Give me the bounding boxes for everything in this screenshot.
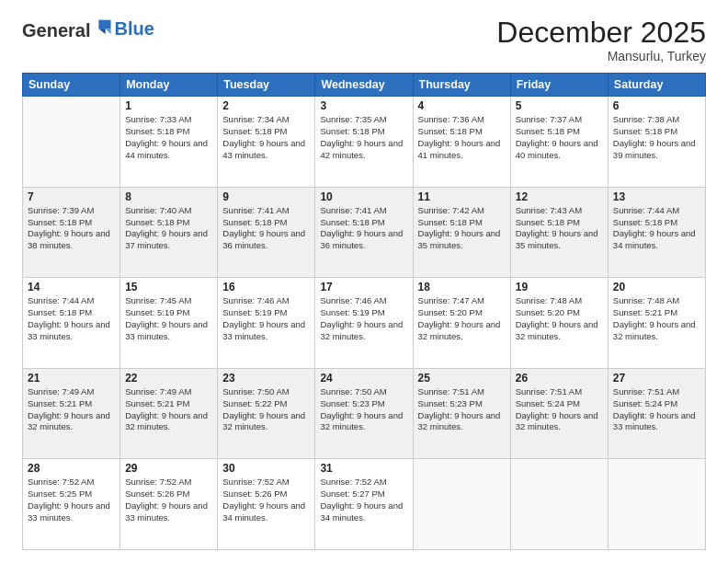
day-cell: 24Sunrise: 7:50 AM Sunset: 5:23 PM Dayli… [315,368,413,459]
day-cell: 29Sunrise: 7:52 AM Sunset: 5:26 PM Dayli… [120,459,218,550]
day-number: 31 [320,462,407,475]
day-number: 5 [516,99,603,112]
col-sunday: Sunday [23,74,120,97]
day-cell: 4Sunrise: 7:36 AM Sunset: 5:18 PM Daylig… [413,97,510,188]
day-cell: 15Sunrise: 7:45 AM Sunset: 5:19 PM Dayli… [120,278,218,369]
day-info: Sunrise: 7:52 AM Sunset: 5:26 PM Dayligh… [222,477,310,523]
calendar: Sunday Monday Tuesday Wednesday Thursday… [22,73,706,550]
day-info: Sunrise: 7:48 AM Sunset: 5:20 PM Dayligh… [516,295,603,342]
day-number: 28 [28,462,115,475]
day-info: Sunrise: 7:40 AM Sunset: 5:18 PM Dayligh… [125,205,212,252]
day-cell: 30Sunrise: 7:52 AM Sunset: 5:26 PM Dayli… [218,459,315,550]
day-cell: 9Sunrise: 7:41 AM Sunset: 5:18 PM Daylig… [218,187,315,278]
day-number: 20 [613,281,700,293]
day-info: Sunrise: 7:36 AM Sunset: 5:18 PM Dayligh… [418,114,506,161]
day-info: Sunrise: 7:52 AM Sunset: 5:25 PM Dayligh… [28,477,115,523]
svg-marker-0 [99,20,111,29]
day-number: 16 [222,281,310,293]
day-number: 19 [516,281,603,293]
week-row-4: 28Sunrise: 7:52 AM Sunset: 5:25 PM Dayli… [23,459,706,550]
logo-icon [92,17,112,37]
day-number: 3 [320,99,407,112]
day-info: Sunrise: 7:42 AM Sunset: 5:18 PM Dayligh… [418,205,506,252]
day-info: Sunrise: 7:43 AM Sunset: 5:18 PM Dayligh… [516,205,603,252]
day-cell: 31Sunrise: 7:52 AM Sunset: 5:27 PM Dayli… [315,459,413,550]
day-info: Sunrise: 7:52 AM Sunset: 5:27 PM Dayligh… [320,477,407,523]
week-row-1: 7Sunrise: 7:39 AM Sunset: 5:18 PM Daylig… [23,187,706,278]
svg-marker-1 [99,29,106,34]
col-friday: Friday [510,74,608,97]
day-cell [510,459,608,550]
day-number: 14 [28,281,115,293]
day-number: 25 [418,372,506,385]
day-cell: 11Sunrise: 7:42 AM Sunset: 5:18 PM Dayli… [413,187,510,278]
day-number: 8 [125,190,212,203]
day-cell: 3Sunrise: 7:35 AM Sunset: 5:18 PM Daylig… [315,97,413,188]
col-tuesday: Tuesday [218,74,315,97]
logo: General Blue [22,17,154,40]
col-thursday: Thursday [413,74,510,97]
day-info: Sunrise: 7:34 AM Sunset: 5:18 PM Dayligh… [222,114,310,161]
day-cell [608,459,705,550]
day-number: 6 [613,99,700,112]
day-cell: 25Sunrise: 7:51 AM Sunset: 5:23 PM Dayli… [413,368,510,459]
day-cell: 5Sunrise: 7:37 AM Sunset: 5:18 PM Daylig… [510,97,608,188]
day-cell: 21Sunrise: 7:49 AM Sunset: 5:21 PM Dayli… [23,368,120,459]
day-info: Sunrise: 7:50 AM Sunset: 5:22 PM Dayligh… [222,386,310,433]
day-cell: 22Sunrise: 7:49 AM Sunset: 5:21 PM Dayli… [120,368,218,459]
day-info: Sunrise: 7:51 AM Sunset: 5:24 PM Dayligh… [516,386,603,433]
day-cell: 6Sunrise: 7:38 AM Sunset: 5:18 PM Daylig… [608,97,705,188]
day-number: 15 [125,281,212,293]
day-info: Sunrise: 7:37 AM Sunset: 5:18 PM Dayligh… [516,114,603,161]
header: General Blue December 2025 Mansurlu, Tur… [22,17,706,63]
day-info: Sunrise: 7:39 AM Sunset: 5:18 PM Dayligh… [28,205,115,252]
day-number: 18 [418,281,506,293]
day-info: Sunrise: 7:51 AM Sunset: 5:23 PM Dayligh… [418,386,506,433]
day-info: Sunrise: 7:44 AM Sunset: 5:18 PM Dayligh… [28,295,115,342]
day-cell: 28Sunrise: 7:52 AM Sunset: 5:25 PM Dayli… [23,459,120,550]
day-info: Sunrise: 7:46 AM Sunset: 5:19 PM Dayligh… [320,295,407,342]
day-info: Sunrise: 7:35 AM Sunset: 5:18 PM Dayligh… [320,114,407,161]
day-cell: 14Sunrise: 7:44 AM Sunset: 5:18 PM Dayli… [23,278,120,369]
logo-general-text: General [22,20,90,40]
day-info: Sunrise: 7:50 AM Sunset: 5:23 PM Dayligh… [320,386,407,433]
day-cell: 26Sunrise: 7:51 AM Sunset: 5:24 PM Dayli… [510,368,608,459]
day-cell: 12Sunrise: 7:43 AM Sunset: 5:18 PM Dayli… [510,187,608,278]
col-monday: Monday [120,74,218,97]
day-info: Sunrise: 7:48 AM Sunset: 5:21 PM Dayligh… [613,295,700,342]
day-info: Sunrise: 7:49 AM Sunset: 5:21 PM Dayligh… [28,386,115,433]
day-cell: 13Sunrise: 7:44 AM Sunset: 5:18 PM Dayli… [608,187,705,278]
day-number: 9 [222,190,310,203]
day-info: Sunrise: 7:41 AM Sunset: 5:18 PM Dayligh… [222,205,310,252]
week-row-3: 21Sunrise: 7:49 AM Sunset: 5:21 PM Dayli… [23,368,706,459]
day-cell: 17Sunrise: 7:46 AM Sunset: 5:19 PM Dayli… [315,278,413,369]
day-cell: 1Sunrise: 7:33 AM Sunset: 5:18 PM Daylig… [120,97,218,188]
logo-blue-text: Blue [114,19,154,38]
day-number: 21 [28,372,115,385]
day-number: 23 [222,372,310,385]
day-number: 17 [320,281,407,293]
day-info: Sunrise: 7:46 AM Sunset: 5:19 PM Dayligh… [222,295,310,342]
day-info: Sunrise: 7:44 AM Sunset: 5:18 PM Dayligh… [613,205,700,252]
day-cell: 18Sunrise: 7:47 AM Sunset: 5:20 PM Dayli… [413,278,510,369]
day-cell: 7Sunrise: 7:39 AM Sunset: 5:18 PM Daylig… [23,187,120,278]
day-cell: 8Sunrise: 7:40 AM Sunset: 5:18 PM Daylig… [120,187,218,278]
day-cell: 10Sunrise: 7:41 AM Sunset: 5:18 PM Dayli… [315,187,413,278]
day-cell [413,459,510,550]
day-number: 29 [125,462,212,475]
day-number: 2 [222,99,310,112]
day-info: Sunrise: 7:33 AM Sunset: 5:18 PM Dayligh… [125,114,212,161]
svg-marker-2 [106,29,111,34]
title-area: December 2025 Mansurlu, Turkey [496,17,706,63]
day-cell: 23Sunrise: 7:50 AM Sunset: 5:22 PM Dayli… [218,368,315,459]
day-info: Sunrise: 7:49 AM Sunset: 5:21 PM Dayligh… [125,386,212,433]
day-number: 13 [613,190,700,203]
day-info: Sunrise: 7:38 AM Sunset: 5:18 PM Dayligh… [613,114,700,161]
day-info: Sunrise: 7:51 AM Sunset: 5:24 PM Dayligh… [613,386,700,433]
day-number: 10 [320,190,407,203]
day-number: 1 [125,99,212,112]
day-number: 12 [516,190,603,203]
month-title: December 2025 [496,17,706,49]
day-number: 27 [613,372,700,385]
day-cell: 16Sunrise: 7:46 AM Sunset: 5:19 PM Dayli… [218,278,315,369]
